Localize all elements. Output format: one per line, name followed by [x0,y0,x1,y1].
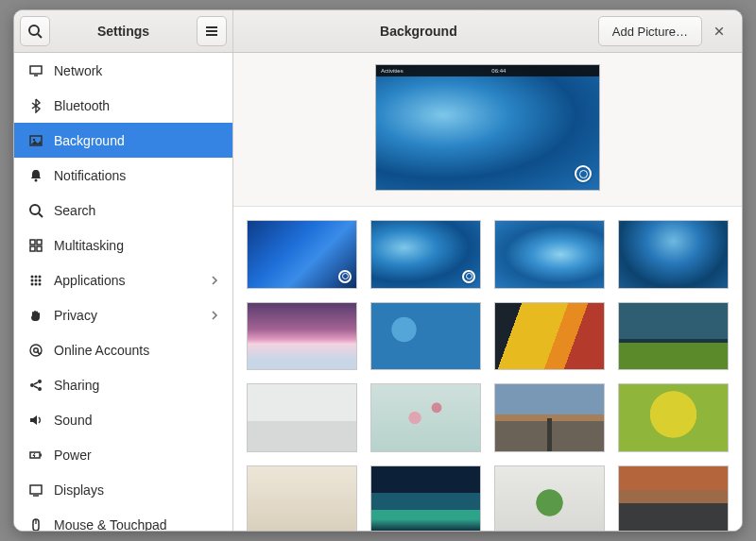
sidebar-item-label: Online Accounts [54,343,219,358]
preview-topbar-left: Activities [381,68,404,74]
wallpaper-thumb-field[interactable] [618,302,729,371]
menu-button[interactable] [197,16,227,46]
sidebar-item-multitasking[interactable]: Multitasking [14,228,232,262]
dynamic-wallpaper-badge-icon [338,270,352,283]
sidebar-item-sharing[interactable]: Sharing [14,367,232,402]
sidebar-item-displays[interactable]: Displays [14,472,232,507]
wallpaper-thumb-bluefacets[interactable] [247,220,357,289]
dynamic-wallpaper-badge-icon [575,165,592,182]
body: NetworkBluetoothBackgroundNotificationsS… [14,53,742,531]
sidebar-item-notifications[interactable]: Notifications [14,158,232,193]
dynamic-wallpaper-badge-icon [462,270,475,283]
speaker-icon [27,413,44,428]
battery-icon [27,448,44,463]
sidebar-item-label: Power [54,448,219,463]
wallpaper-thumb-marble2[interactable] [494,220,605,289]
search-icon [27,24,43,39]
wallpaper-thumb-blossom[interactable] [370,383,481,452]
wallpaper-thumb-marble3[interactable] [618,220,729,289]
sidebar-item-search[interactable]: Search [14,193,232,228]
sidebar-item-power[interactable]: Power [14,437,232,472]
monitor-icon [27,63,44,78]
sidebar-item-label: Displays [54,482,219,498]
sidebar-item-label: Applications [54,273,200,288]
sidebar-item-label: Privacy [54,308,200,323]
apps-icon [27,273,44,288]
sidebar-item-label: Sound [54,413,219,428]
sidebar-item-label: Bluetooth [54,98,219,113]
at-icon [27,343,44,358]
add-picture-button[interactable]: Add Picture… [598,16,702,46]
wallpaper-thumb-frog[interactable] [618,383,729,452]
close-button[interactable] [702,10,736,52]
headerbar-right: Background Add Picture… [233,10,742,52]
wallpaper-grid [247,220,729,531]
share-icon [27,378,44,393]
preview-topbar: Activities 06:44 [376,65,599,76]
preview-area: Activities 06:44 [233,53,742,206]
close-icon [713,25,725,37]
sidebar[interactable]: NetworkBluetoothBackgroundNotificationsS… [14,53,233,531]
search-button[interactable] [20,16,50,46]
sidebar-item-mouse[interactable]: Mouse & Touchpad [14,507,232,531]
preview-topbar-center: 06:44 [491,68,506,74]
bluetooth-icon [27,98,44,113]
chevron-right-icon [210,276,219,285]
sidebar-item-label: Network [54,63,219,78]
content-area: Activities 06:44 [233,53,742,531]
sidebar-item-privacy[interactable]: Privacy [14,297,232,332]
sidebar-item-sound[interactable]: Sound [14,402,232,437]
sidebar-item-label: Mouse & Touchpad [54,517,219,532]
sidebar-item-online[interactable]: Online Accounts [14,332,232,367]
wallpaper-thumb-yellow[interactable] [494,302,605,371]
sidebar-item-applications[interactable]: Applications [14,262,232,297]
sidebar-item-background[interactable]: Background [14,123,232,158]
wallpaper-thumb-dock[interactable] [247,383,357,452]
sidebar-item-bluetooth[interactable]: Bluetooth [14,88,232,123]
image-icon [27,133,44,148]
sidebar-item-label: Notifications [54,168,219,183]
wallpaper-thumb-morning[interactable] [618,465,729,531]
app-title: Settings [50,24,197,39]
wallpaper-grid-area [233,206,742,531]
sidebar-item-label: Multitasking [54,238,219,253]
grid-icon [27,238,44,253]
page-title: Background [239,24,598,39]
headerbar-left: Settings [14,10,233,52]
wallpaper-thumb-pinksky[interactable] [247,302,357,371]
wallpaper-thumb-aurora[interactable] [370,465,481,531]
wallpaper-thumb-marble1[interactable] [370,220,481,289]
mouse-icon [27,517,44,532]
bell-icon [27,168,44,183]
wallpaper-thumb-sand[interactable] [247,465,357,531]
display-icon [27,482,44,498]
headerbar: Settings Background Add Picture… [14,10,742,53]
wallpaper-thumb-plant[interactable] [494,465,605,531]
hamburger-icon [204,24,219,39]
sidebar-item-label: Background [54,133,219,148]
chevron-right-icon [210,311,219,320]
search-icon [27,203,44,218]
wallpaper-thumb-cookies[interactable] [370,302,481,371]
wallpaper-thumb-road[interactable] [494,383,605,452]
current-background-preview[interactable]: Activities 06:44 [375,64,600,191]
sidebar-item-label: Search [54,203,219,218]
hand-icon [27,308,44,323]
sidebar-item-label: Sharing [54,378,219,393]
settings-window: Settings Background Add Picture… Network… [13,9,743,532]
sidebar-item-network[interactable]: Network [14,53,232,88]
